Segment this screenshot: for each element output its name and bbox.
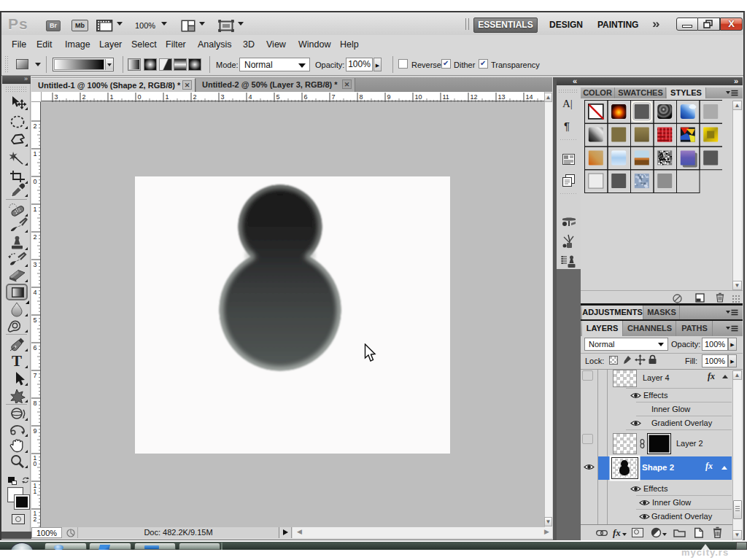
svg-text:2: 2 — [34, 233, 37, 241]
svg-text:0: 0 — [34, 178, 37, 185]
svg-text:2: 2 — [34, 516, 37, 523]
svg-text:7: 7 — [332, 93, 336, 101]
svg-text:12: 12 — [471, 93, 478, 101]
svg-text:1: 1 — [34, 206, 37, 213]
svg-text:14: 14 — [526, 93, 533, 101]
svg-text:0: 0 — [138, 93, 142, 101]
svg-text:T: T — [12, 353, 22, 369]
svg-text:3: 3 — [55, 93, 58, 101]
svg-text:2: 2 — [34, 122, 37, 130]
svg-text:1: 1 — [34, 150, 37, 158]
svg-text:6: 6 — [34, 344, 37, 351]
svg-text:3: 3 — [221, 93, 225, 101]
svg-text:4: 4 — [34, 289, 37, 296]
svg-text:6: 6 — [304, 93, 308, 101]
svg-text:0: 0 — [34, 460, 37, 467]
svg-text:4: 4 — [249, 93, 252, 101]
svg-text:9: 9 — [34, 427, 37, 435]
svg-text:5: 5 — [34, 316, 37, 324]
svg-text:2: 2 — [193, 93, 197, 101]
svg-text:1: 1 — [166, 93, 169, 101]
svg-text:2: 2 — [82, 93, 86, 101]
svg-text:7: 7 — [34, 372, 37, 379]
svg-text:13: 13 — [498, 93, 506, 101]
svg-text:1: 1 — [110, 93, 114, 101]
svg-text:11: 11 — [443, 93, 449, 101]
svg-text:5: 5 — [276, 93, 280, 101]
svg-text:9: 9 — [387, 93, 391, 101]
svg-text:8: 8 — [360, 93, 363, 101]
svg-text:10: 10 — [415, 93, 422, 101]
svg-text:3: 3 — [34, 261, 37, 268]
svg-text:1: 1 — [34, 488, 37, 495]
svg-text:8: 8 — [34, 400, 37, 407]
